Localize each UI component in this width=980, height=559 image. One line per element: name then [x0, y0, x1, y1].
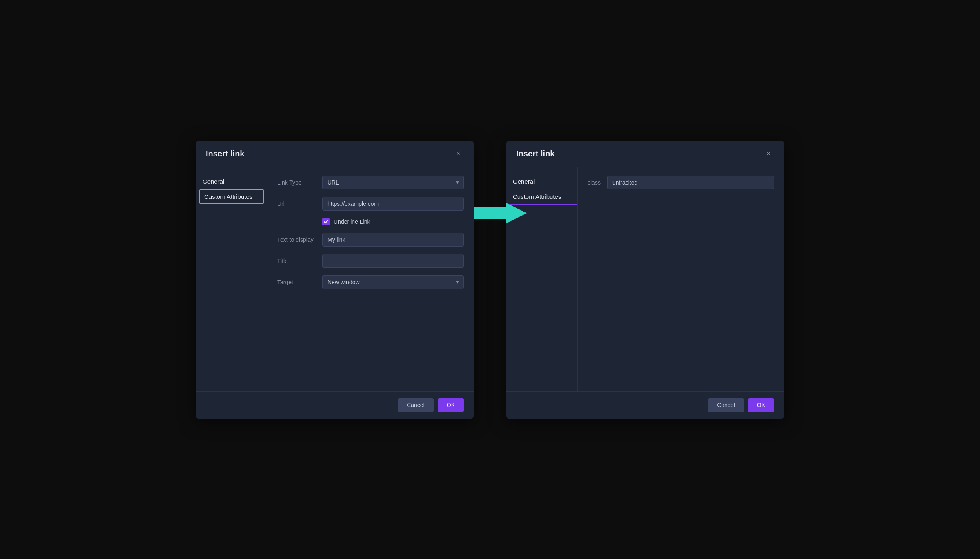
link-type-select-wrapper: URL Email Phone ▼	[322, 176, 464, 189]
link-type-label: Link Type	[277, 179, 322, 186]
dialog-1-footer: Cancel OK	[196, 391, 474, 419]
dialog-2-title: Insert link	[516, 149, 555, 158]
link-type-select[interactable]: URL Email Phone	[322, 176, 464, 189]
dialogs-container: Insert link × General Custom Attributes …	[196, 141, 784, 419]
dialog-1-sidebar: General Custom Attributes	[196, 167, 267, 391]
text-to-display-label: Text to display	[277, 236, 322, 243]
checkmark-icon	[323, 219, 328, 224]
tab-custom-attributes-2[interactable]: Custom Attributes	[506, 189, 577, 205]
dialog-1-header: Insert link ×	[196, 141, 474, 167]
url-input[interactable]	[322, 197, 464, 211]
underline-row: Underline Link	[322, 218, 464, 225]
dialog-2: Insert link × General Custom Attributes …	[506, 141, 784, 419]
dialog-2-sidebar: General Custom Attributes	[506, 167, 578, 391]
target-select[interactable]: New window Same window Parent Top	[322, 275, 464, 289]
dialog-2-footer: Cancel OK	[506, 391, 784, 419]
dialog-1-title: Insert link	[206, 149, 244, 158]
custom-attr-row: class	[588, 176, 774, 189]
title-row: Title	[277, 254, 464, 268]
tab-custom-attributes-1[interactable]: Custom Attributes	[199, 189, 264, 204]
text-to-display-input[interactable]	[322, 233, 464, 247]
dialog-2-header: Insert link ×	[506, 141, 784, 167]
dialog-2-ok-button[interactable]: OK	[748, 398, 774, 412]
text-to-display-row: Text to display	[277, 233, 464, 247]
dialog-2-body: General Custom Attributes class	[506, 167, 784, 391]
underline-label: Underline Link	[334, 218, 370, 225]
url-row: Url	[277, 197, 464, 211]
title-label: Title	[277, 258, 322, 264]
dialog-2-cancel-button[interactable]: Cancel	[708, 398, 744, 412]
title-input[interactable]	[322, 254, 464, 268]
dialog-1-ok-button[interactable]: OK	[438, 398, 464, 412]
class-attr-label: class	[588, 179, 601, 186]
dialog-1: Insert link × General Custom Attributes …	[196, 141, 474, 419]
link-type-row: Link Type URL Email Phone ▼	[277, 176, 464, 189]
dialog-2-close-button[interactable]: ×	[763, 148, 774, 160]
url-label: Url	[277, 200, 322, 207]
tab-general-2[interactable]: General	[506, 174, 577, 189]
dialog-1-body: General Custom Attributes Link Type URL …	[196, 167, 474, 391]
target-select-wrapper: New window Same window Parent Top ▼	[322, 275, 464, 289]
class-attr-input[interactable]	[607, 176, 774, 189]
dialog-1-cancel-button[interactable]: Cancel	[398, 398, 434, 412]
tab-general-1[interactable]: General	[196, 174, 267, 189]
target-label: Target	[277, 279, 322, 285]
target-row: Target New window Same window Parent Top…	[277, 275, 464, 289]
underline-checkbox[interactable]	[322, 218, 330, 225]
dialog-2-content: class	[578, 167, 784, 391]
dialog-1-content: Link Type URL Email Phone ▼ Url	[267, 167, 474, 391]
dialog-1-close-button[interactable]: ×	[452, 148, 464, 160]
